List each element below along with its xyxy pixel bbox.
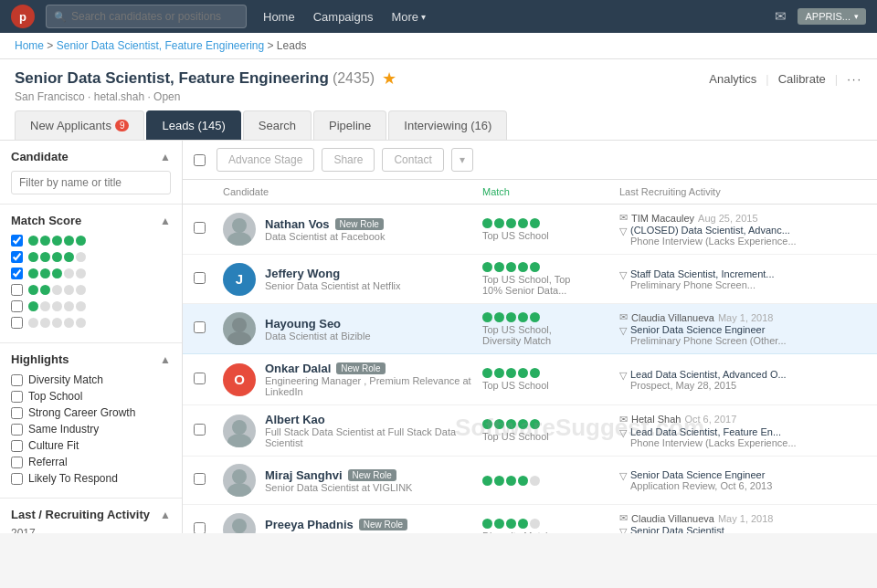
match-cell: Diversity Match — [482, 519, 619, 534]
candidate-details: Miraj Sanghvi New Role Senior Data Scien… — [265, 468, 412, 493]
highlight-referral: Referral — [11, 456, 171, 468]
nav-campaigns[interactable]: Campaigns — [313, 10, 374, 24]
recruiting-cell: ✉ TIM Macauley Aug 25, 2015 ▽ (CLOSED) D… — [619, 212, 866, 247]
highlight-cb-same-industry[interactable] — [11, 424, 23, 436]
user-avatar[interactable]: APPRIS... ▾ — [798, 8, 866, 25]
match-score-cb-5[interactable] — [11, 235, 23, 247]
breadcrumb-current: Leads — [277, 39, 307, 52]
candidate-details: Hayoung Seo Data Scientist at Bizible — [265, 317, 371, 341]
match-score-cb-1[interactable] — [11, 300, 23, 312]
candidate-details: Preeya Phadnis New Role Data Scientist a… — [265, 518, 407, 534]
match-score-cb-2[interactable] — [11, 284, 23, 296]
sidebar-highlights-section: Highlights ▲ Diversity Match Top School … — [0, 343, 182, 499]
row-check[interactable] — [194, 222, 223, 236]
more-options[interactable]: ··· — [847, 72, 862, 86]
row-check[interactable] — [194, 473, 223, 488]
match-score-cb-3[interactable] — [11, 268, 23, 279]
recruiting-cell: ✉ Hetal Shah Oct 6, 2017 ▽ Lead Data Sci… — [619, 414, 866, 448]
svg-point-8 — [232, 519, 247, 533]
nav-search-box: 🔍 — [46, 5, 247, 28]
match-dots-5 — [28, 236, 86, 246]
tab-pipeline[interactable]: Pipeline — [313, 110, 386, 140]
tab-leads-label: Leads (145) — [162, 119, 225, 132]
breadcrumb-home[interactable]: Home — [15, 39, 44, 52]
candidate-name: Nathan Vos — [265, 217, 330, 231]
nav-links: Home Campaigns More ▾ — [263, 10, 426, 24]
match-score-cb-0[interactable] — [11, 317, 23, 329]
share-btn[interactable]: Share — [322, 148, 375, 172]
highlight-cb-culture-fit[interactable] — [11, 440, 23, 452]
tab-search[interactable]: Search — [243, 110, 312, 140]
tab-new-applicants[interactable]: New Applicants 9 — [15, 110, 144, 140]
table-header-check — [194, 186, 223, 197]
highlight-label-strong-career: Strong Career Growth — [28, 406, 135, 419]
sidebar-candidate-section: Candidate ▲ — [0, 141, 182, 205]
candidate-title: Senior Data Scientist at VIGLINK — [265, 482, 412, 493]
breadcrumb-job[interactable]: Senior Data Scientist, Feature Engineeri… — [57, 39, 264, 52]
highlights-header[interactable]: Highlights ▲ — [11, 352, 171, 366]
mail-icon[interactable]: ✉ — [775, 8, 787, 25]
tab-interviewing[interactable]: Interviewing (16) — [388, 110, 507, 140]
table-header: Candidate Match Last Recruiting Activity — [183, 180, 877, 205]
tab-leads[interactable]: Leads (145) — [146, 110, 240, 140]
match-dots-4 — [28, 252, 86, 262]
table-row[interactable]: Preeya Phadnis New Role Data Scientist a… — [183, 505, 877, 533]
match-score-row-5 — [11, 235, 171, 247]
highlight-cb-strong-career[interactable] — [11, 407, 23, 419]
match-score-cb-4[interactable] — [11, 251, 23, 263]
candidate-title: Data Scientist at Bizible — [265, 331, 371, 341]
row-check[interactable] — [194, 272, 223, 287]
nav-home[interactable]: Home — [263, 10, 295, 24]
match-score-row-2 — [11, 284, 171, 296]
highlight-cb-referral[interactable] — [11, 457, 23, 468]
tabs-container: New Applicants 9 Leads (145) Search Pipe… — [15, 110, 862, 140]
advance-stage-btn[interactable]: Advance Stage — [217, 148, 314, 172]
select-all-checkbox[interactable] — [194, 154, 206, 166]
match-dots-3 — [28, 268, 86, 278]
row-check[interactable] — [194, 424, 223, 438]
last-recruiting-header[interactable]: Last / Recruiting Activity ▲ — [11, 508, 171, 521]
match-score-header[interactable]: Match Score ▲ — [11, 214, 171, 227]
table-row[interactable]: J Jeffery Wong Senior Data Scientist at … — [183, 255, 877, 304]
candidate-title: Senior Data Scientist at Netflix — [265, 280, 401, 291]
recruiting-cell: ✉ Claudia Villanueva May 1, 2018 ▽ Senio… — [619, 311, 866, 346]
match-cell: Top US School, Diversity Match — [482, 312, 619, 346]
contact-btn[interactable]: Contact — [382, 148, 443, 172]
calibrate-link[interactable]: Calibrate — [778, 72, 826, 86]
candidate-info: Miraj Sanghvi New Role Senior Data Scien… — [223, 464, 482, 497]
table-row[interactable]: Hayoung Seo Data Scientist at Bizible To… — [183, 304, 877, 354]
match-score-row-0 — [11, 317, 171, 329]
row-check[interactable] — [194, 373, 223, 387]
highlight-label-top-school: Top School — [28, 390, 82, 403]
action-dropdown-btn[interactable]: ▾ — [451, 148, 473, 172]
user-chevron: ▾ — [854, 12, 859, 21]
row-check[interactable] — [194, 522, 223, 533]
analytics-link[interactable]: Analytics — [709, 72, 756, 86]
match-cell: Top US School — [482, 368, 619, 391]
candidate-filter-input[interactable] — [11, 171, 171, 194]
match-cell: Top US School — [482, 218, 619, 241]
candidate-section-header[interactable]: Candidate ▲ — [11, 150, 171, 163]
nav-right: ✉ APPRIS... ▾ — [775, 8, 866, 25]
candidate-name: Jeffery Wong — [265, 267, 340, 280]
highlight-cb-top-school[interactable] — [11, 391, 23, 403]
table-row[interactable]: Albert Kao Full Stack Data Scientist at … — [183, 405, 877, 457]
match-cell — [482, 476, 619, 486]
row-check[interactable] — [194, 321, 223, 336]
highlight-cb-diversity[interactable] — [11, 374, 23, 386]
match-cell: Top US School — [482, 419, 619, 442]
avatar — [223, 513, 256, 533]
new-role-badge: New Role — [348, 469, 396, 481]
nav-more[interactable]: More ▾ — [391, 10, 426, 24]
star-icon[interactable]: ★ — [382, 68, 396, 89]
recruiting-cell: ▽ Lead Data Scientist, Advanced O... Pro… — [619, 369, 866, 391]
highlight-cb-likely-respond[interactable] — [11, 473, 23, 485]
tab-new-applicants-label: New Applicants — [30, 119, 111, 132]
table-row[interactable]: Miraj Sanghvi New Role Senior Data Scien… — [183, 457, 877, 505]
tab-interviewing-label: Interviewing (16) — [404, 119, 491, 132]
table-row[interactable]: Nathan Vos New Role Data Scientist at Fa… — [183, 205, 877, 255]
table-row[interactable]: O Onkar Dalal New Role Engineering Manag… — [183, 354, 877, 405]
match-score-chevron: ▲ — [160, 215, 171, 227]
nav-search-input[interactable] — [71, 10, 227, 23]
highlight-same-industry: Same Industry — [11, 423, 171, 436]
